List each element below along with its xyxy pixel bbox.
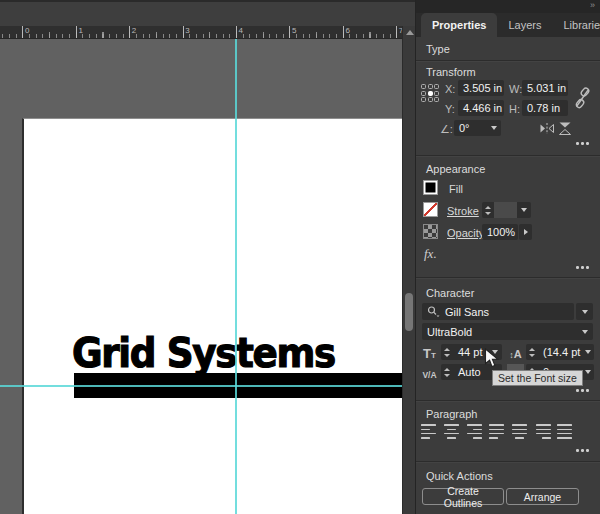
align-center-icon[interactable] [444, 423, 460, 440]
justify-right-icon[interactable] [535, 423, 551, 440]
font-family-value: Gill Sans [445, 306, 489, 318]
h-input[interactable]: 0.78 in [522, 100, 568, 116]
canvas-pasteboard[interactable]: Grid Systems [0, 39, 402, 514]
vertical-scrollbar[interactable] [402, 26, 415, 514]
y-label: Y: [445, 103, 455, 115]
transform-section-title: Transform [426, 66, 476, 78]
kerning-input[interactable]: Auto [453, 364, 488, 380]
stroke-weight-stepper[interactable] [482, 202, 494, 218]
character-section-title: Character [426, 287, 474, 299]
stroke-weight-input[interactable] [494, 202, 517, 218]
rotate-angle-dropdown-icon[interactable] [487, 120, 501, 136]
horizontal-ruler[interactable]: 01234567 [0, 26, 402, 39]
h-label: H: [509, 103, 520, 115]
rotate-angle-label: ∠: [440, 123, 453, 136]
headline-text-object[interactable]: Grid Systems [72, 333, 335, 374]
leading-stepper[interactable] [526, 344, 538, 360]
section-divider [416, 461, 600, 462]
stroke-color-swatch[interactable] [423, 202, 438, 217]
fill-label: Fill [449, 183, 463, 195]
font-style-combo[interactable]: UltraBold [422, 323, 577, 340]
font-family-combo[interactable]: Gill Sans [422, 303, 574, 320]
align-left-icon[interactable] [421, 423, 437, 440]
font-size-icon: TT [421, 344, 438, 360]
flip-horizontal-icon[interactable] [539, 122, 555, 135]
transform-more-options-icon[interactable] [576, 142, 579, 145]
leading-input[interactable]: (14.4 pt [538, 344, 582, 360]
ruler-ticks-major [0, 26, 402, 38]
fill-color-swatch[interactable] [423, 180, 438, 195]
w-label: W: [509, 83, 522, 95]
w-input[interactable]: 5.031 in [522, 80, 568, 96]
ruler-label: 6 [345, 26, 349, 35]
tooltip: Set the Font size [492, 370, 583, 386]
scroll-up-arrow-icon[interactable] [406, 30, 414, 35]
vertical-guide[interactable] [235, 39, 237, 514]
tab-layers[interactable]: Layers [497, 13, 552, 37]
leading-icon: ↕A [507, 344, 524, 360]
constrain-proportions-broken-link-icon[interactable] [574, 86, 591, 110]
horizontal-guide[interactable] [0, 385, 402, 387]
justify-left-icon[interactable] [489, 423, 505, 440]
quick-actions-section-title: Quick Actions [426, 470, 493, 482]
leading-dropdown-icon[interactable] [582, 344, 594, 360]
font-family-dropdown-icon[interactable] [576, 303, 593, 320]
opacity-panel-link[interactable]: Opacity [447, 227, 484, 239]
x-input[interactable]: 3.505 in [458, 80, 504, 96]
x-label: X: [445, 83, 455, 95]
align-right-icon[interactable] [466, 423, 482, 440]
ruler-label: 5 [292, 26, 296, 35]
font-search-icon [427, 306, 440, 317]
y-input[interactable]: 4.466 in [458, 100, 504, 116]
tab-properties[interactable]: Properties [421, 13, 497, 37]
selection-type-label: Type [426, 43, 450, 55]
fx-effects-button[interactable]: fx. [424, 246, 437, 262]
rotate-angle-input[interactable]: 0° [454, 120, 487, 136]
ruler-label: 0 [25, 26, 29, 35]
font-size-input[interactable]: 44 pt [453, 344, 488, 360]
create-outlines-button[interactable]: Create Outlines [422, 488, 504, 505]
panel-collapse-icon[interactable]: » [590, 0, 594, 10]
artboard[interactable] [22, 118, 402, 514]
kerning-icon: V/A [421, 364, 438, 380]
opacity-input[interactable]: 100% [482, 224, 518, 240]
opacity-checkerboard-icon [423, 224, 438, 239]
panel-tab-bar: Properties Layers Libraries [416, 13, 600, 37]
kerning-stepper[interactable] [441, 364, 453, 380]
canvas-top-bar [0, 0, 415, 26]
section-divider [416, 155, 600, 156]
reference-point-grid[interactable] [421, 84, 439, 102]
section-divider [416, 60, 600, 61]
scrollbar-thumb[interactable] [405, 293, 413, 331]
font-size-stepper[interactable] [441, 344, 453, 360]
ruler-label: 2 [132, 26, 136, 35]
arrange-button[interactable]: Arrange [506, 488, 579, 505]
tab-libraries[interactable]: Libraries [552, 13, 600, 37]
mouse-cursor-icon [484, 348, 500, 369]
properties-panel: » Properties Layers Libraries Type Trans… [415, 0, 600, 514]
paragraph-more-options-icon[interactable] [576, 449, 579, 452]
ruler-label: 3 [185, 26, 189, 35]
panel-header-strip: » [416, 0, 600, 13]
section-divider [416, 400, 600, 401]
section-divider [416, 277, 600, 278]
stroke-weight-dropdown-icon[interactable] [517, 202, 531, 218]
character-more-options-icon[interactable] [576, 389, 579, 392]
tracking-dropdown-icon[interactable] [582, 364, 594, 380]
font-style-dropdown-icon[interactable] [577, 323, 593, 340]
opacity-expand-arrow-icon[interactable] [519, 224, 532, 240]
paragraph-section-title: Paragraph [426, 408, 477, 420]
appearance-more-options-icon[interactable] [576, 266, 579, 269]
justify-all-icon[interactable] [557, 423, 573, 440]
ruler-label: 4 [239, 26, 243, 35]
justify-center-icon[interactable] [512, 423, 528, 440]
appearance-section-title: Appearance [426, 163, 485, 175]
stroke-panel-link[interactable]: Stroke [447, 205, 479, 217]
ruler-label: 1 [78, 26, 82, 35]
flip-vertical-icon[interactable] [558, 121, 572, 136]
